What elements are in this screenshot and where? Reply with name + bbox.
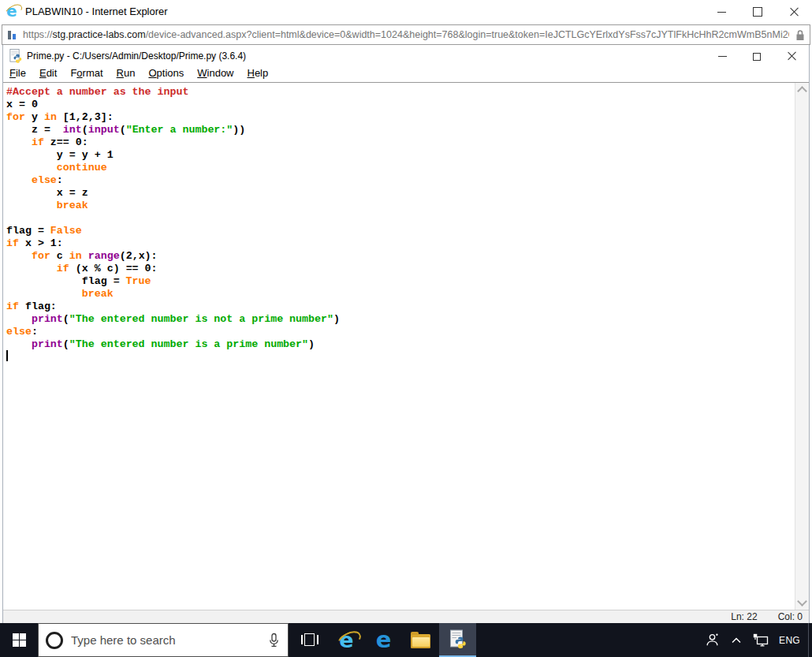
code-line: if x > 1: bbox=[6, 237, 795, 250]
status-col-indicator: Col: 0 bbox=[778, 611, 803, 622]
code-line: else: bbox=[6, 326, 795, 338]
code-line: for y in [1,2,3]: bbox=[6, 111, 795, 124]
chevron-up-icon bbox=[731, 636, 742, 644]
system-tray: ENG bbox=[699, 623, 812, 657]
menu-format[interactable]: Format bbox=[70, 67, 102, 79]
cortana-icon bbox=[46, 632, 63, 649]
ie-window-controls bbox=[703, 0, 812, 24]
editor-pane: #Accept a number as the inputx = 0for y … bbox=[3, 82, 809, 610]
code-line bbox=[6, 351, 795, 364]
ie-titlebar: e PLABWIN10 - Internet Explorer bbox=[0, 0, 812, 24]
code-line bbox=[6, 212, 795, 225]
microphone-icon[interactable] bbox=[268, 633, 280, 648]
menu-options[interactable]: Options bbox=[148, 67, 184, 79]
windows-logo-icon bbox=[13, 633, 26, 647]
maximize-icon bbox=[753, 7, 762, 17]
code-line: y = y + 1 bbox=[6, 149, 795, 162]
menu-window[interactable]: Window bbox=[197, 67, 233, 79]
python-file-icon bbox=[9, 49, 22, 63]
scroll-up-button[interactable] bbox=[795, 83, 809, 96]
code-line: break bbox=[6, 200, 795, 212]
code-line: #Accept a number as the input bbox=[6, 86, 795, 99]
menu-edit[interactable]: Edit bbox=[39, 67, 57, 79]
code-line: else: bbox=[6, 174, 795, 187]
code-line: print("The entered number is a prime num… bbox=[6, 338, 795, 351]
minimize-icon bbox=[717, 12, 726, 13]
idle-restore-button[interactable] bbox=[739, 45, 774, 67]
close-icon bbox=[789, 7, 799, 17]
network-button[interactable] bbox=[747, 623, 774, 657]
ie-window-title: PLABWIN10 - Internet Explorer bbox=[25, 0, 168, 24]
taskbar-edge-button[interactable]: e bbox=[365, 623, 402, 657]
code-line: if z== 0: bbox=[6, 136, 795, 149]
ie-close-button[interactable] bbox=[776, 0, 812, 24]
people-icon bbox=[705, 633, 720, 648]
idle-minimize-button[interactable] bbox=[705, 45, 739, 67]
vertical-scrollbar[interactable] bbox=[795, 83, 809, 610]
minimize-icon bbox=[718, 56, 727, 57]
idle-close-button[interactable] bbox=[774, 45, 809, 67]
ie-maximize-button[interactable] bbox=[739, 0, 776, 24]
code-line: for c in range(2,x): bbox=[6, 250, 795, 263]
code-line: z = int(input("Enter a number:")) bbox=[6, 124, 795, 136]
idle-window: Prime.py - C:/Users/Admin/Desktop/Prime.… bbox=[2, 45, 810, 623]
ie-address-row: https://stg.practice-labs.com/device-adv… bbox=[0, 24, 812, 45]
idle-window-title: Prime.py - C:/Users/Admin/Desktop/Prime.… bbox=[27, 45, 246, 67]
restore-icon bbox=[753, 53, 761, 61]
chevron-down-icon bbox=[797, 596, 807, 607]
code-line: if flag: bbox=[6, 301, 795, 313]
code-line: x = z bbox=[6, 187, 795, 200]
url-text: https://stg.practice-labs.com/device-adv… bbox=[23, 29, 789, 40]
code-line: print("The entered number is not a prime… bbox=[6, 313, 795, 326]
edge-icon: e bbox=[376, 629, 392, 651]
internet-explorer-icon: e bbox=[339, 629, 353, 651]
status-line-indicator: Ln: 22 bbox=[731, 611, 757, 622]
menu-bar: FileEditFormatRunOptionsWindowHelp bbox=[3, 67, 809, 82]
search-placeholder: Type here to search bbox=[71, 633, 268, 647]
idle-titlebar: Prime.py - C:/Users/Admin/Desktop/Prime.… bbox=[3, 45, 809, 67]
code-line: x = 0 bbox=[6, 99, 795, 111]
taskbar-internet-explorer-button[interactable]: e bbox=[328, 623, 365, 657]
taskbar-file-explorer-button[interactable] bbox=[402, 623, 439, 657]
python-file-icon bbox=[450, 629, 466, 649]
status-bar: Ln: 22 Col: 0 bbox=[3, 610, 809, 623]
lock-icon bbox=[795, 29, 805, 41]
internet-explorer-logo-icon: e bbox=[6, 3, 17, 19]
text-cursor bbox=[6, 350, 8, 361]
code-line: continue bbox=[6, 162, 795, 174]
taskbar: Type here to search e e ENG bbox=[0, 623, 812, 657]
show-desktop-button[interactable] bbox=[808, 623, 812, 657]
ie-minimize-button[interactable] bbox=[703, 0, 739, 24]
start-button[interactable] bbox=[0, 623, 38, 657]
scroll-down-button[interactable] bbox=[795, 596, 809, 610]
menu-file[interactable]: File bbox=[9, 67, 26, 79]
close-icon bbox=[787, 51, 796, 61]
code-line: flag = True bbox=[6, 275, 795, 288]
menu-run[interactable]: Run bbox=[117, 67, 136, 79]
site-favicon-icon bbox=[7, 30, 17, 40]
url-domain: stg.practice-labs.com bbox=[53, 29, 146, 40]
address-bar[interactable]: https://stg.practice-labs.com/device-adv… bbox=[2, 24, 810, 45]
menu-help[interactable]: Help bbox=[248, 67, 269, 79]
taskbar-search[interactable]: Type here to search bbox=[38, 623, 289, 657]
code-area[interactable]: #Accept a number as the inputx = 0for y … bbox=[3, 83, 795, 610]
file-explorer-icon bbox=[411, 634, 430, 648]
task-view-button[interactable] bbox=[291, 623, 328, 657]
task-view-icon bbox=[301, 633, 318, 647]
code-line: flag = False bbox=[6, 225, 795, 237]
chevron-up-icon bbox=[797, 86, 807, 96]
people-button[interactable] bbox=[699, 623, 725, 657]
network-icon bbox=[753, 633, 769, 647]
taskbar-python-idle-button[interactable] bbox=[439, 623, 476, 657]
language-indicator[interactable]: ENG bbox=[774, 623, 808, 657]
screen: { "browser": { "title": "PLABWIN10 - Int… bbox=[0, 0, 812, 657]
code-line: break bbox=[6, 288, 795, 301]
code-line: if (x % c) == 0: bbox=[6, 263, 795, 275]
tray-overflow-button[interactable] bbox=[725, 623, 747, 657]
idle-window-controls bbox=[705, 45, 809, 69]
